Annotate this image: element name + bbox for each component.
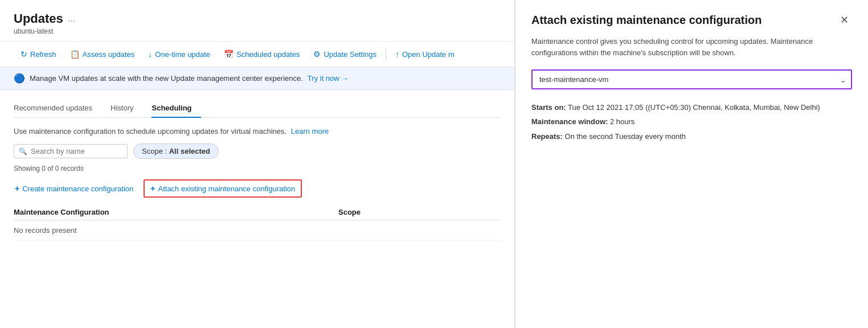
table-header: Maintenance Configuration Scope: [14, 204, 501, 220]
table-empty-row: No records present: [14, 220, 501, 241]
col-scope-header: Scope: [338, 208, 501, 216]
maintenance-window-label: Maintenance window:: [531, 117, 608, 126]
open-update-button[interactable]: ↑ Open Update m: [388, 46, 461, 62]
scheduled-updates-button[interactable]: 📅 Scheduled updates: [217, 46, 306, 62]
tab-recommended[interactable]: Recommended updates: [14, 99, 101, 118]
records-info: Showing 0 of 0 records: [14, 165, 501, 173]
tab-scheduling[interactable]: Scheduling: [152, 99, 200, 118]
description-text: Use maintenance configuration to schedul…: [14, 127, 286, 136]
page-header: Updates ... ubuntu-latest: [0, 0, 514, 41]
repeats-row: Repeats: On the second Tuesday every mon…: [531, 130, 852, 143]
panel-description: Maintenance control gives you scheduling…: [531, 36, 852, 58]
settings-icon: ⚙: [313, 50, 321, 59]
onetime-update-button[interactable]: ↓ One-time update: [141, 46, 217, 62]
search-input[interactable]: [31, 147, 122, 155]
assess-label: Assess updates: [83, 50, 135, 59]
ellipsis: ...: [68, 14, 75, 24]
banner: 🔵 Manage VM updates at scale with the ne…: [0, 67, 514, 90]
scope-button[interactable]: Scope : All selected: [133, 144, 219, 159]
page-subtitle: ubuntu-latest: [14, 27, 501, 35]
left-panel: Updates ... ubuntu-latest ↻ Refresh 📋 As…: [0, 0, 515, 328]
right-panel: Attach existing maintenance configuratio…: [515, 0, 868, 328]
starts-on-row: Starts on: Tue Oct 12 2021 17:05 ((UTC+0…: [531, 101, 852, 114]
scheduled-icon: 📅: [224, 50, 234, 59]
onetime-icon: ↓: [148, 50, 152, 59]
repeats-label: Repeats:: [531, 132, 563, 141]
repeats-value: On the second Tuesday every month: [565, 132, 686, 141]
update-settings-button[interactable]: ⚙ Update Settings: [306, 46, 383, 62]
banner-text: Manage VM updates at scale with the new …: [30, 74, 303, 83]
toolbar-separator: [386, 48, 386, 60]
col-config-header: Maintenance Configuration: [14, 208, 338, 216]
maintenance-window-value: 2 hours: [610, 117, 634, 126]
scheduling-description: Use maintenance configuration to schedul…: [14, 127, 501, 136]
refresh-icon: ↻: [21, 50, 27, 59]
create-plus-icon: +: [15, 184, 19, 193]
maintenance-window-row: Maintenance window: 2 hours: [531, 115, 852, 128]
learn-more-link[interactable]: Learn more: [291, 127, 329, 136]
refresh-button[interactable]: ↻ Refresh: [14, 46, 63, 62]
banner-icon: 🔵: [14, 73, 25, 84]
assess-updates-button[interactable]: 📋 Assess updates: [63, 46, 142, 62]
create-maintenance-button[interactable]: + Create maintenance configuration: [14, 182, 134, 195]
starts-on-value: Tue Oct 12 2021 17:05 ((UTC+05:30) Chenn…: [568, 103, 820, 112]
empty-row-text: No records present: [14, 226, 77, 235]
panel-title: Attach existing maintenance configuratio…: [531, 14, 837, 27]
starts-on-label: Starts on:: [531, 103, 566, 112]
tabs: Recommended updates History Scheduling: [14, 99, 501, 118]
page-title: Updates: [14, 11, 63, 26]
config-details: Starts on: Tue Oct 12 2021 17:05 ((UTC+0…: [531, 101, 852, 143]
table: Maintenance Configuration Scope No recor…: [14, 204, 501, 241]
scope-label: Scope : All selected: [142, 147, 210, 155]
settings-label: Update Settings: [324, 50, 376, 59]
search-icon: 🔍: [19, 147, 27, 155]
content-area: Recommended updates History Scheduling U…: [0, 90, 514, 328]
actions-row: + Create maintenance configuration + Att…: [14, 179, 501, 198]
panel-header: Attach existing maintenance configuratio…: [531, 14, 852, 27]
open-label: Open Update m: [402, 50, 455, 59]
onetime-label: One-time update: [155, 50, 210, 59]
toolbar: ↻ Refresh 📋 Assess updates ↓ One-time up…: [0, 41, 514, 67]
attach-btn-label: Attach existing maintenance configuratio…: [158, 184, 296, 193]
refresh-label: Refresh: [30, 50, 56, 59]
search-box[interactable]: 🔍: [14, 144, 128, 158]
create-btn-label: Create maintenance configuration: [22, 184, 133, 193]
assess-icon: 📋: [70, 50, 80, 59]
attach-maintenance-button[interactable]: + Attach existing maintenance configurat…: [144, 179, 302, 198]
scheduled-label: Scheduled updates: [236, 50, 300, 59]
banner-link[interactable]: Try it now →: [308, 74, 349, 83]
maintenance-config-select[interactable]: test-maintenance-vm: [531, 69, 852, 89]
dropdown-wrapper: test-maintenance-vm ⌄: [531, 69, 852, 89]
close-panel-button[interactable]: ✕: [837, 14, 852, 26]
open-icon: ↑: [395, 50, 399, 59]
filters-row: 🔍 Scope : All selected: [14, 144, 501, 159]
attach-plus-icon: +: [150, 184, 155, 193]
tab-history[interactable]: History: [110, 99, 142, 118]
